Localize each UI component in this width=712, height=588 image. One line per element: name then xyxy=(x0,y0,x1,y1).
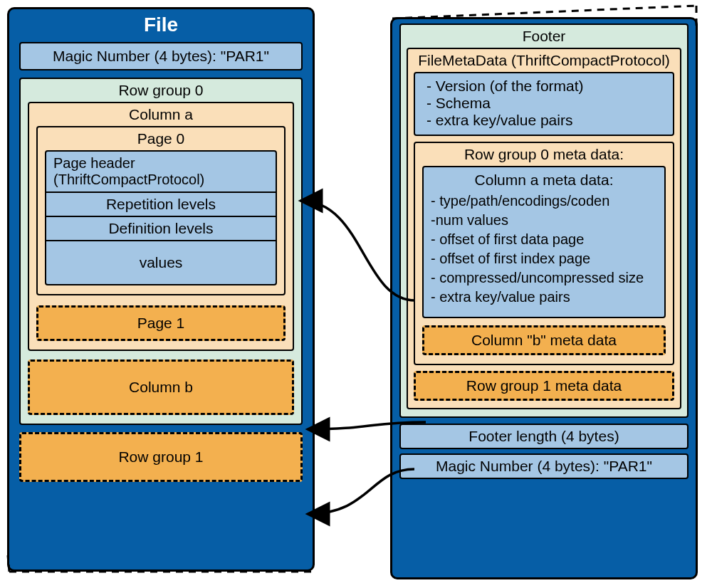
values: values xyxy=(46,240,276,284)
file-panel: File Magic Number (4 bytes): "PAR1" Row … xyxy=(7,7,315,572)
rg1-meta: Row group 1 meta data xyxy=(414,371,674,401)
col-a-l2: -num values xyxy=(431,211,657,230)
file-magic: Magic Number (4 bytes): "PAR1" xyxy=(19,42,303,70)
fmd-info-3: - extra key/value pairs xyxy=(426,112,667,129)
fmd-info-1: - Version (of the format) xyxy=(426,78,667,95)
rg0-meta-label: Row group 0 meta data: xyxy=(422,143,666,166)
row-group-1: Row group 1 xyxy=(19,432,303,482)
col-a-l6: - extra key/value pairs xyxy=(431,288,657,307)
file-meta-data: FileMetaData (ThriftCompactProtocol) - V… xyxy=(407,48,681,409)
rep-levels: Repetition levels xyxy=(46,191,276,216)
col-a-meta-label: Column a meta data: xyxy=(431,170,657,191)
col-a-l1: - type/path/encodings/coden xyxy=(431,191,657,211)
col-b-meta: Column "b" meta data xyxy=(422,325,666,355)
col-a-meta: Column a meta data: - type/path/encoding… xyxy=(422,166,666,318)
rg0-meta: Row group 0 meta data: Column a meta dat… xyxy=(414,142,674,365)
fmd-info-2: - Schema xyxy=(426,95,667,112)
footer-length: Footer length (4 bytes) xyxy=(399,424,689,449)
footer-panel: Footer FileMetaData (ThriftCompactProtoc… xyxy=(390,17,698,579)
page-1: Page 1 xyxy=(36,305,286,341)
column-b: Column b xyxy=(28,359,294,415)
file-title: File xyxy=(9,9,313,42)
page-0-body: Page header (ThriftCompactProtocol) Repe… xyxy=(45,150,277,285)
fmd-label: FileMetaData (ThriftCompactProtocol) xyxy=(414,49,674,72)
def-levels: Definition levels xyxy=(46,216,276,240)
footer-box: Footer FileMetaData (ThriftCompactProtoc… xyxy=(399,23,689,418)
row-group-0-label: Row group 0 xyxy=(28,79,294,102)
page-0: Page 0 Page header (ThriftCompactProtoco… xyxy=(36,126,286,295)
column-a-label: Column a xyxy=(36,103,286,126)
footer-title: Footer xyxy=(407,25,681,48)
col-a-l3: - offset of first data page xyxy=(431,230,657,249)
row-group-0: Row group 0 Column a Page 0 Page header … xyxy=(19,78,303,425)
page-0-label: Page 0 xyxy=(45,127,277,150)
column-a: Column a Page 0 Page header (ThriftCompa… xyxy=(28,102,294,351)
col-a-l5: - compressed/uncompressed size xyxy=(431,268,657,288)
fmd-info: - Version (of the format) - Schema - ext… xyxy=(414,72,674,136)
footer-magic: Magic Number (4 bytes): "PAR1" xyxy=(399,453,689,479)
page-header: Page header (ThriftCompactProtocol) xyxy=(46,152,276,191)
col-a-l4: - offset of first index page xyxy=(431,249,657,268)
